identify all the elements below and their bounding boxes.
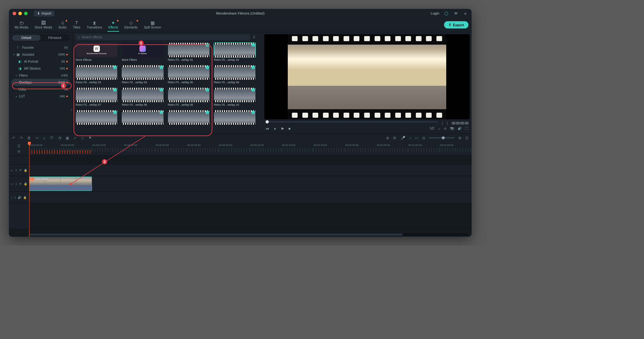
- effect-thumbnail[interactable]: ↓: [214, 43, 255, 57]
- effect-item[interactable]: ↓Retro Fil…verlay 10: [214, 88, 255, 106]
- mark-out-button[interactable]: }: [447, 121, 448, 125]
- download-badge-icon[interactable]: ↓: [113, 66, 117, 69]
- effect-thumbnail[interactable]: ↓: [214, 65, 255, 80]
- download-badge-icon[interactable]: ↓: [206, 43, 209, 47]
- download-badge-icon[interactable]: ↓: [252, 88, 255, 91]
- step-forward-button[interactable]: ⏵: [274, 127, 277, 130]
- sidebar-item-ai-portrait[interactable]: ◐AI Portrait(9): [11, 58, 70, 65]
- preview-scrubber[interactable]: [266, 121, 438, 122]
- effect-item[interactable]: ↓: [76, 110, 117, 126]
- zoom-slider[interactable]: [429, 137, 454, 138]
- sidebar-tab-default[interactable]: Default: [12, 35, 41, 41]
- snapshot-icon[interactable]: 📷: [450, 127, 454, 130]
- effect-thumbnail[interactable]: ↓: [168, 43, 209, 57]
- effect-thumbnail[interactable]: ↓: [214, 88, 255, 102]
- download-badge-icon[interactable]: ↓: [160, 111, 163, 114]
- download-badge-icon[interactable]: ↓: [252, 111, 255, 114]
- close-window-button[interactable]: [13, 12, 16, 15]
- preview-scale[interactable]: 1/2: [430, 127, 434, 130]
- tab-split-screen[interactable]: ▦Split Screen: [141, 19, 164, 30]
- clip-effect-badge[interactable]: fx: [30, 177, 34, 181]
- effect-thumbnail[interactable]: ↓: [122, 65, 163, 80]
- download-badge-icon[interactable]: ↓: [206, 88, 209, 91]
- download-badge-icon[interactable]: ↓: [252, 43, 255, 47]
- scrollbar-thumb[interactable]: [29, 234, 402, 235]
- effect-item[interactable]: ↓: [122, 110, 163, 126]
- effect-item[interactable]: ↓Retro Fil…verlay 01: [168, 43, 209, 61]
- download-badge-icon[interactable]: ↓: [160, 66, 163, 69]
- volume-icon[interactable]: 🔊: [458, 127, 461, 130]
- tab-my-media[interactable]: 🗀My Media: [12, 19, 31, 30]
- chevron-down-icon[interactable]: ⌄: [438, 127, 441, 130]
- tab-elements[interactable]: ◇Elements: [122, 19, 140, 30]
- effect-item[interactable]: ↓Retro Fil…verlay 09: [168, 88, 209, 106]
- maximize-window-button[interactable]: [24, 12, 28, 15]
- sidebar-item-filters[interactable]: ▸Filters(160): [11, 72, 70, 79]
- timeline-scrollbar[interactable]: [29, 234, 468, 235]
- download-badge-icon[interactable]: ↓: [252, 66, 255, 69]
- track-empty[interactable]: [29, 203, 472, 229]
- stop-button[interactable]: ■: [288, 127, 291, 130]
- search-input[interactable]: ⌕ Search effects: [76, 34, 250, 40]
- zoom-fit-button[interactable]: ⊡: [465, 136, 468, 140]
- effect-item[interactable]: ↓Retro Fil…verlay 07: [76, 88, 117, 106]
- mixer-button[interactable]: ⊕: [386, 136, 389, 140]
- track-head-v2[interactable]: ▭2👁🔒: [9, 165, 29, 176]
- effect-item[interactable]: ↓Retro Fil…verlay 04: [122, 65, 163, 84]
- sidebar-item-lut[interactable]: ▸LUT(66): [11, 93, 70, 100]
- mic-icon[interactable]: 🎤: [401, 136, 405, 140]
- track-head-v1[interactable]: ▭1👁🔒: [9, 176, 29, 192]
- tab-titles[interactable]: TTitles: [70, 19, 83, 30]
- track-a1[interactable]: [29, 192, 472, 203]
- login-button[interactable]: Login: [431, 11, 439, 15]
- effect-thumbnail[interactable]: ↓: [214, 110, 255, 125]
- tab-stock-media[interactable]: 🖼Stock Media: [32, 19, 55, 30]
- timeline-clip[interactable]: fx Sea Video: [29, 177, 92, 191]
- shield-icon[interactable]: ⛨: [393, 136, 397, 140]
- download-badge-icon[interactable]: ↓: [113, 88, 117, 91]
- prev-frame-button[interactable]: ⏮: [266, 127, 269, 130]
- download-badge-icon[interactable]: ↓: [206, 111, 209, 114]
- speed-button[interactable]: ⏱: [50, 136, 54, 140]
- marker-button[interactable]: ⚑: [88, 136, 92, 140]
- effect-item[interactable]: WWondershare FilmstockMore Effects: [76, 43, 117, 61]
- download-badge-icon[interactable]: ↓: [160, 88, 163, 91]
- effect-thumbnail[interactable]: ↓: [76, 65, 117, 80]
- redo-button[interactable]: ↷: [20, 136, 23, 140]
- sidebar-tab-filmstock[interactable]: Filmstock: [41, 35, 69, 41]
- undo-button[interactable]: ↶: [12, 136, 15, 140]
- zoom-out-button[interactable]: ⊖: [422, 136, 425, 140]
- tab-transitions[interactable]: ⧗Transitions: [84, 19, 105, 30]
- effect-thumbnail[interactable]: ↓: [168, 110, 209, 125]
- effect-item[interactable]: ↓Retro Fil…verlay 02: [214, 43, 255, 61]
- sidebar-item-favorite[interactable]: ♡Favorite(0): [11, 44, 70, 51]
- refresh-icon[interactable]: ◯: [444, 11, 449, 16]
- lock-icon[interactable]: 🔒: [23, 196, 27, 199]
- keyframe-button[interactable]: ◇: [81, 136, 84, 140]
- lock-icon[interactable]: 🔒: [24, 169, 27, 172]
- effect-item[interactable]: ↓: [168, 110, 209, 126]
- expand-button[interactable]: ⤢: [74, 136, 77, 140]
- zoom-in-button[interactable]: ⊕: [458, 136, 461, 140]
- preview-viewport[interactable]: [264, 34, 470, 119]
- track-head-a1[interactable]: ♪1🔊🔒: [9, 192, 29, 203]
- effect-item[interactable]: ↓Retro Fil…verlay 06: [214, 65, 255, 84]
- effect-item[interactable]: ↓Retro Fil…verlay 08: [122, 88, 163, 106]
- effect-thumbnail[interactable]: ↓: [168, 88, 209, 102]
- link-icon[interactable]: ⧉: [18, 149, 20, 154]
- zoom-knob[interactable]: [442, 136, 445, 139]
- display-icon[interactable]: ⎚: [444, 127, 446, 130]
- tab-effects[interactable]: ✦Effects: [106, 19, 120, 30]
- import-button[interactable]: ⬇ Import: [34, 10, 55, 16]
- timeline-ruler[interactable]: 00:00:00:0000:00:05:0000:00:10:0000:00:1…: [29, 142, 472, 155]
- effect-thumbnail[interactable]: ↓: [168, 65, 209, 80]
- effect-item[interactable]: AI StylizerMore Filters: [122, 43, 163, 61]
- mark-in-button[interactable]: {: [442, 121, 443, 125]
- eye-icon[interactable]: 👁: [19, 169, 22, 172]
- play-button[interactable]: ▶: [281, 126, 284, 130]
- cut-button[interactable]: ✂: [35, 136, 39, 140]
- eye-icon[interactable]: 👁: [19, 182, 22, 185]
- track-spacer[interactable]: [29, 156, 472, 165]
- crop-button[interactable]: ⟁: [43, 136, 45, 140]
- scrub-playhead[interactable]: [266, 120, 269, 123]
